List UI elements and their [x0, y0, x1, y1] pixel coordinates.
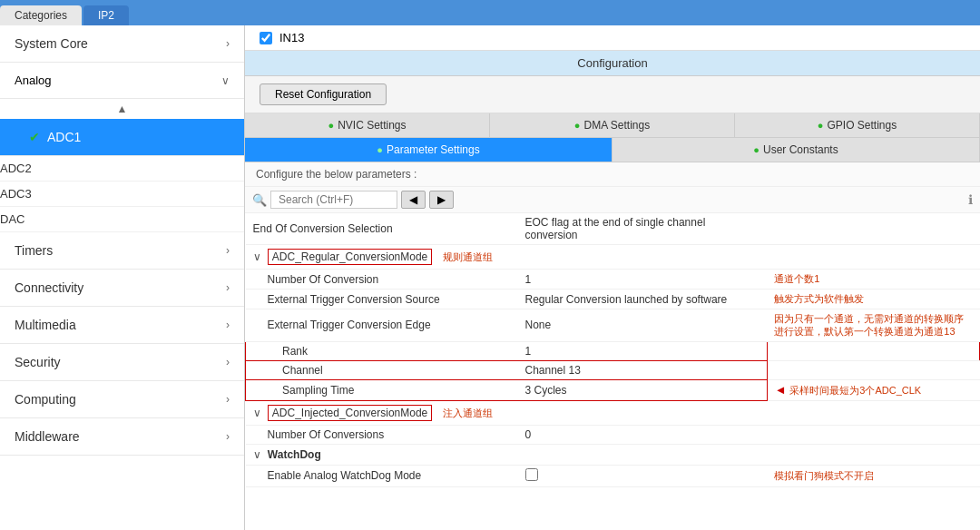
tab-ip2[interactable]: IP2: [83, 5, 129, 25]
config-panel: Configuration Reset Configuration ● NVIC…: [245, 51, 980, 530]
sidebar-item-adc1[interactable]: ✔ ADC1: [0, 119, 244, 156]
table-row: Number Of Conversions 0: [246, 425, 980, 444]
table-row: Number Of Conversion 1 通道个数1: [246, 270, 980, 290]
search-row: 🔍 ◀ ▶ ℹ: [245, 187, 980, 213]
params-area: End Of Conversion Selection EOC flag at …: [245, 213, 980, 530]
table-row: Rank 1: [246, 341, 980, 360]
sidebar-item-multimedia[interactable]: Multimedia ›: [0, 307, 244, 344]
table-row: ∨ WatchDog: [246, 444, 980, 465]
table-row: End Of Conversion Selection EOC flag at …: [246, 213, 980, 245]
chevron-right-icon: ›: [226, 37, 230, 50]
tab-check-icon: ●: [574, 120, 581, 131]
params-table: End Of Conversion Selection EOC flag at …: [245, 213, 980, 487]
chevron-right-icon: ›: [226, 244, 230, 257]
check-icon: ✔: [29, 130, 40, 144]
tab-nvic-settings[interactable]: ● NVIC Settings: [245, 113, 490, 137]
table-row: External Trigger Conversion Source Regul…: [246, 290, 980, 309]
sidebar-item-analog[interactable]: Analog ∨: [0, 63, 244, 99]
table-row: Enable Analog WatchDog Mode 模拟看门狗模式不开启: [246, 465, 980, 486]
table-row: ∨ ADC_Regular_ConversionMode 规则通道组: [246, 245, 980, 270]
tab-categories[interactable]: Categories: [0, 5, 82, 25]
regular-group-annotation: 规则通道组: [443, 251, 493, 262]
sidebar: System Core › Analog ∨ ▲ ✔ ADC1 ADC2: [0, 25, 245, 530]
chevron-right-icon: ›: [226, 430, 230, 443]
chevron-right-icon: ›: [226, 319, 230, 331]
sidebar-item-computing[interactable]: Computing ›: [0, 381, 244, 418]
in13-row: IN13: [245, 25, 980, 51]
table-row: ∨ ADC_Injected_ConversionMode 注入通道组: [246, 400, 980, 425]
chevron-right-icon: ›: [226, 356, 230, 368]
params-description: Configure the below parameters :: [245, 162, 980, 187]
sidebar-item-adc2[interactable]: ADC2: [0, 156, 244, 182]
sidebar-item-security[interactable]: Security ›: [0, 344, 244, 381]
tab-dma-settings[interactable]: ● DMA Settings: [490, 113, 735, 137]
info-icon[interactable]: ℹ: [968, 192, 973, 207]
tab-gpio-settings[interactable]: ● GPIO Settings: [735, 113, 980, 137]
param-label: End Of Conversion Selection: [246, 213, 518, 245]
table-row: External Trigger Conversion Edge None 因为…: [246, 309, 980, 342]
tab-row-1: ● NVIC Settings ● DMA Settings ● GPIO Se…: [245, 113, 980, 138]
sampling-arrow: ◄: [775, 383, 789, 397]
tab-check-icon: ●: [377, 144, 383, 155]
reset-btn-row: Reset Configuration: [245, 76, 980, 113]
in13-checkbox[interactable]: [260, 32, 272, 44]
prev-button[interactable]: ◀: [401, 191, 426, 209]
chevron-down-icon: ∨: [221, 74, 230, 87]
sidebar-item-dac[interactable]: DAC: [0, 207, 244, 232]
expand-toggle[interactable]: ∨: [253, 448, 261, 461]
in13-label: IN13: [279, 31, 304, 44]
tab-user-constants[interactable]: ● User Constants: [612, 138, 980, 162]
watchdog-label: WatchDog: [268, 448, 321, 461]
chevron-right-icon: ›: [226, 281, 230, 294]
injected-group-label: ADC_Injected_ConversionMode: [268, 405, 432, 421]
rank-annotation: 因为只有一个通道，无需对通道的转换顺序进行设置，默认第一个转换通道为通道13: [774, 312, 972, 339]
table-row: Sampling Time 3 Cycles ◄ 采样时间最短为3个ADC_CL…: [246, 379, 980, 400]
search-icon: 🔍: [252, 193, 267, 207]
tab-check-icon: ●: [818, 120, 824, 131]
chevron-right-icon: ›: [226, 393, 230, 406]
param-value: EOC flag at the end of single channel co…: [518, 213, 768, 245]
content-area: IN13 Configuration Reset Configuration ●…: [245, 25, 980, 530]
search-input[interactable]: [270, 191, 397, 209]
expand-toggle[interactable]: ∨: [253, 407, 261, 419]
tab-check-icon: ●: [753, 144, 760, 155]
sidebar-item-connectivity[interactable]: Connectivity ›: [0, 270, 244, 307]
next-button[interactable]: ▶: [429, 191, 454, 209]
regular-group-label: ADC_Regular_ConversionMode: [268, 249, 432, 265]
tab-row-2: ● Parameter Settings ● User Constants: [245, 138, 980, 162]
top-tab-bar: Categories IP2: [0, 0, 980, 25]
reset-config-button[interactable]: Reset Configuration: [260, 83, 387, 105]
main-layout: System Core › Analog ∨ ▲ ✔ ADC1 ADC2: [0, 25, 980, 530]
scroll-up-arrow[interactable]: ▲: [0, 99, 244, 119]
tab-parameter-settings[interactable]: ● Parameter Settings: [245, 138, 612, 162]
table-row: Channel Channel 13: [246, 360, 980, 379]
sidebar-item-middleware[interactable]: Middleware ›: [0, 418, 244, 456]
sidebar-item-timers[interactable]: Timers ›: [0, 232, 244, 270]
sidebar-item-adc3[interactable]: ADC3: [0, 182, 244, 207]
expand-toggle[interactable]: ∨: [253, 250, 261, 263]
config-title: Configuration: [245, 51, 980, 76]
sidebar-item-system-core[interactable]: System Core ›: [0, 25, 244, 63]
tab-check-icon: ●: [328, 120, 334, 131]
injected-group-annotation: 注入通道组: [443, 407, 493, 418]
watchdog-checkbox[interactable]: [525, 468, 538, 481]
